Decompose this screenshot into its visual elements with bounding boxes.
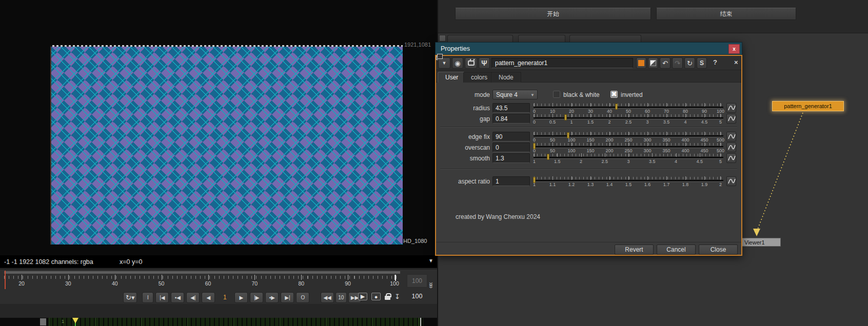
monitor-icon-button[interactable] — [465, 57, 477, 69]
aspect_ratio-slider-handle[interactable] — [533, 177, 536, 183]
step-back-button[interactable]: ◀◀ — [321, 292, 333, 303]
radius-slider[interactable]: 0102030405060708090100 — [534, 103, 723, 113]
pane-menu-icon[interactable] — [439, 35, 446, 42]
window-close-button[interactable]: x — [728, 44, 740, 54]
current-frame-field[interactable]: 1 — [217, 294, 232, 301]
panel-content: created by Wang Chenxu 2024 Revert Cance… — [436, 83, 741, 257]
pane-tab-2[interactable] — [518, 35, 565, 42]
redo-button[interactable]: ↷ — [672, 57, 683, 69]
fps-value[interactable]: 100 — [407, 293, 427, 300]
frame-step-field[interactable]: 10 — [336, 292, 347, 303]
slider-tick-label: 200 — [605, 148, 613, 153]
transport-back-2[interactable]: ◀| — [186, 292, 200, 303]
node-viewer1[interactable]: Viewer1 — [742, 238, 781, 247]
slider-major-tick — [720, 142, 721, 146]
node-color-swatch[interactable] — [636, 57, 646, 69]
edge_fix-slider-handle[interactable] — [567, 132, 569, 138]
smooth-slider[interactable]: 11.522.533.544.55 — [534, 153, 723, 164]
range-end-field[interactable]: 100 — [407, 274, 427, 288]
frame-ruler[interactable]: 2030405060708090100 — [4, 275, 400, 287]
slider-major-tick — [685, 176, 686, 180]
slider-tick-label: 1.6 — [644, 182, 651, 187]
transport-back-1[interactable]: ▪◀ — [171, 292, 184, 303]
wrench-icon-button[interactable]: Ψ — [479, 57, 490, 69]
overscan-slider[interactable]: 050100150200250300350400450500 — [534, 142, 723, 153]
overscan-slider-handle[interactable] — [533, 143, 536, 149]
radius-value-field[interactable]: 43.5 — [492, 103, 530, 113]
overscan-value-field[interactable]: 0 — [492, 142, 530, 152]
dope-playhead-triangle[interactable] — [72, 318, 78, 323]
mode-dropdown[interactable]: Squre 4▼ — [492, 90, 538, 99]
radius-slider-handle[interactable] — [615, 104, 618, 110]
smooth-curve-button[interactable] — [726, 153, 736, 163]
black_white-checkbox[interactable] — [553, 91, 560, 98]
transport-fwd-0[interactable]: ▶ — [234, 292, 248, 303]
overscan-curve-button[interactable] — [726, 142, 736, 152]
script-button[interactable]: S — [697, 57, 707, 69]
application-window: 1921,1081 HD_1080 -1 -1 1922 1082 channe… — [0, 0, 868, 326]
gap-value-field[interactable]: 0.84 — [492, 114, 530, 124]
smooth-slider-handle[interactable] — [547, 154, 549, 160]
play-flipbook-icon[interactable]: ▶ — [358, 293, 367, 300]
record-icon[interactable]: ● — [371, 293, 381, 300]
panel-close-button[interactable]: × — [734, 58, 738, 66]
slider-tick-label: 450 — [700, 148, 708, 153]
dope-sheet-track[interactable]: 1 — [0, 318, 438, 326]
split-view-button[interactable] — [648, 57, 658, 69]
lock-icon[interactable] — [385, 296, 390, 300]
tab-colors[interactable]: colors — [463, 72, 495, 83]
tab-node[interactable]: Node — [491, 72, 521, 83]
ruler-major-tick — [254, 275, 255, 280]
node-name-field[interactable]: pattern_generator1 — [491, 58, 633, 68]
radius-curve-button[interactable] — [726, 103, 736, 113]
dope-sheet-handle[interactable] — [40, 318, 46, 325]
transport-fwd-3[interactable]: ▶| — [281, 292, 294, 303]
transport-back-0[interactable]: |◀ — [155, 292, 169, 303]
collapse-chevrons-icon[interactable]: »» — [427, 282, 436, 287]
timeline-range-scrollbar[interactable] — [4, 271, 400, 274]
render-icon[interactable]: ↧ — [394, 293, 400, 300]
slider-major-tick — [571, 176, 572, 180]
mode-label: mode — [436, 91, 490, 98]
cancel-button[interactable]: Cancel — [657, 244, 696, 255]
viewer-image[interactable] — [50, 45, 403, 244]
slider-major-tick — [557, 153, 558, 157]
aspect_ratio-slider[interactable]: 11.11.21.31.41.51.61.71.81.92 — [534, 176, 723, 187]
revert-button[interactable]: Revert — [615, 244, 654, 255]
gap-slider[interactable]: 00.511.522.533.544.55 — [534, 114, 723, 124]
node-pattern-generator[interactable]: pattern_generator1 — [772, 101, 844, 111]
edge_fix-slider[interactable]: 050100150200250300350400450500 — [534, 132, 723, 142]
end-button[interactable]: 结束 — [656, 8, 796, 20]
transport-fwd-2[interactable]: ▪▶ — [265, 292, 279, 303]
close-button[interactable]: Close — [699, 244, 738, 255]
slider-tick-label: 1.4 — [606, 182, 613, 187]
collapse-arrow-button[interactable]: ▼ — [438, 57, 450, 69]
aspect_ratio-value-field[interactable]: 1 — [492, 176, 530, 186]
chevron-down-icon[interactable]: ▼ — [428, 258, 433, 263]
center-node-button[interactable]: ◉ — [452, 57, 463, 69]
mark-in-button[interactable]: I — [142, 292, 153, 303]
revert-loop-button[interactable]: ↻ — [684, 57, 695, 69]
format-dashed-border — [50, 45, 403, 47]
transport-back-3[interactable]: ◀ — [202, 292, 215, 303]
slider-major-tick — [590, 103, 591, 107]
smooth-value-field[interactable]: 1.3 — [492, 153, 530, 163]
help-button[interactable]: ? — [713, 58, 717, 66]
undo-button[interactable]: ↶ — [660, 57, 670, 69]
slider-major-tick — [609, 114, 610, 117]
pane-tab-1[interactable] — [447, 35, 513, 42]
slider-tick-label: 60 — [645, 109, 650, 114]
gap-curve-button[interactable] — [726, 114, 736, 124]
edge_fix-curve-button[interactable] — [726, 132, 736, 141]
pane-tab-3[interactable] — [569, 35, 641, 42]
loop-mode-button[interactable]: ↻▾ — [123, 292, 137, 303]
start-button[interactable]: 开始 — [455, 8, 651, 20]
gap-slider-handle[interactable] — [564, 114, 567, 120]
aspect_ratio-curve-button[interactable] — [726, 176, 736, 186]
inverted-checkbox[interactable]: ✖ — [610, 91, 618, 98]
properties-title-bar[interactable]: Properties x — [435, 42, 742, 55]
transport-fwd-1[interactable]: |▶ — [250, 292, 263, 303]
transport-fwd-4[interactable]: O — [296, 292, 309, 303]
tab-user[interactable]: User — [438, 72, 466, 83]
edge_fix-value-field[interactable]: 90 — [492, 132, 530, 141]
